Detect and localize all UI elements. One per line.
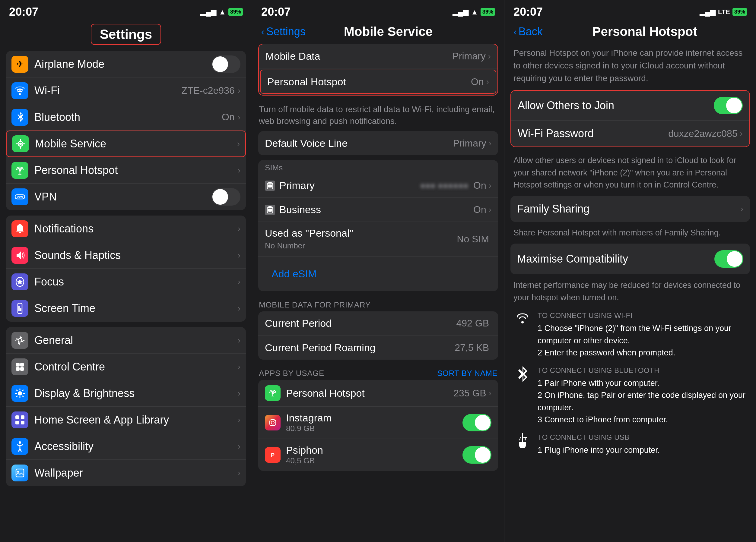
airplane-toggle[interactable] — [211, 56, 240, 73]
settings-item-mobile[interactable]: Mobile Service › — [6, 131, 246, 157]
p3-scroll[interactable]: Personal Hotspot on your iPhone can prov… — [504, 44, 756, 542]
settings-scroll[interactable]: ✈ Airplane Mode Wi-Fi ZTE-c2e936 › — [0, 51, 252, 542]
primary-sim-number: ●●● ●●●●●● — [420, 181, 469, 191]
mobile-data-chevron: › — [488, 52, 491, 61]
settings-item-accessibility[interactable]: Accessibility › — [6, 433, 246, 460]
primary-sim-icon — [265, 181, 275, 191]
settings-item-sounds[interactable]: Sounds & Haptics › — [6, 242, 246, 269]
personal-hotspot-label: Personal Hotspot — [267, 76, 471, 88]
current-period-item: Current Period 492 GB — [258, 311, 498, 335]
hotspot-app-item[interactable]: Personal Hotspot 235 GB › — [258, 380, 498, 407]
wifi-connect-body: 1 Choose "iPhone (2)" from the Wi-Fi set… — [538, 322, 747, 359]
p2-nav: ‹ Settings Mobile Service — [252, 21, 504, 44]
status-icons-2: ▂▄▆ ▲ 39% — [453, 8, 495, 16]
family-block: Family Sharing › — [510, 196, 750, 222]
personal-hotspot-item[interactable]: Personal Hotspot On › — [260, 70, 496, 94]
wifi-password-item[interactable]: Wi-Fi Password duxze2awzc085 › — [511, 121, 749, 147]
current-roaming-item: Current Period Roaming 27,5 KB — [258, 335, 498, 360]
screentime-chevron: › — [238, 303, 240, 313]
compat-label: Maximise Compatibility — [517, 253, 714, 265]
back-btn-2[interactable]: ‹ Settings — [261, 25, 306, 38]
current-period-value: 492 GB — [456, 318, 489, 329]
svg-rect-34 — [268, 185, 272, 188]
business-sim-item[interactable]: Business On › — [258, 198, 498, 222]
family-item[interactable]: Family Sharing › — [510, 196, 750, 222]
business-sim-icon — [265, 205, 275, 215]
p2-scroll[interactable]: Mobile Data Primary › Personal Hotspot O… — [252, 44, 504, 542]
personal-hotspot-chevron: › — [486, 77, 489, 87]
back-btn-3[interactable]: ‹ Back — [513, 25, 543, 38]
mobile-icon-box — [12, 135, 29, 152]
svg-rect-10 — [20, 308, 21, 311]
focus-chevron: › — [238, 277, 240, 287]
compat-toggle[interactable] — [714, 250, 743, 268]
bluetooth-label: Bluetooth — [34, 111, 222, 124]
settings-item-wifi[interactable]: Wi-Fi ZTE-c2e936 › — [6, 78, 246, 104]
sims-block: SIMs Primary ●●● ●●●●●● On › — [258, 160, 498, 291]
sounds-icon — [11, 247, 28, 264]
primary-sim-item[interactable]: Primary ●●● ●●●●●● On › — [258, 174, 498, 198]
allow-join-block: Allow Others to Join Wi-Fi Password duxz… — [510, 90, 750, 147]
psiphon-item[interactable]: P Psiphon 40,5 GB — [258, 439, 498, 471]
add-esim-label[interactable]: Add eSIM — [265, 262, 323, 286]
settings-item-hotspot[interactable]: Personal Hotspot › — [6, 157, 246, 184]
vpn-toggle[interactable] — [211, 188, 240, 206]
apps-header-label: APPS BY USAGE — [259, 369, 437, 378]
settings-item-vpn[interactable]: VPN VPN — [6, 184, 246, 210]
settings-item-control[interactable]: Control Centre › — [6, 353, 246, 380]
settings-item-focus[interactable]: Focus › — [6, 269, 246, 295]
settings-item-wallpaper[interactable]: Wallpaper › — [6, 460, 246, 486]
svg-line-23 — [22, 390, 24, 391]
wifi-chevron: › — [238, 86, 240, 96]
default-voice-item[interactable]: Default Voice Line Primary › — [258, 131, 498, 155]
settings-item-airplane[interactable]: ✈ Airplane Mode — [6, 51, 246, 78]
instagram-item[interactable]: Instagram 80,9 GB — [258, 407, 498, 439]
hotspot-chevron: › — [238, 166, 240, 175]
used-as-item[interactable]: Used as "Personal"No Number No SIM — [258, 222, 498, 257]
status-icons-1: ▂▄▆ ▲ 39% — [200, 8, 243, 16]
wallpaper-icon — [11, 464, 28, 481]
family-label: Family Sharing — [517, 203, 741, 215]
hotspot-app-label: Personal Hotspot — [286, 387, 453, 399]
general-icon — [11, 332, 28, 349]
allow-join-item[interactable]: Allow Others to Join — [511, 91, 749, 121]
wifi-password-value: duxze2awzc085 — [668, 128, 737, 139]
family-chevron: › — [741, 204, 743, 214]
wifi-connect-row: TO CONNECT USING WI-FI 1 Choose "iPhone … — [513, 311, 747, 359]
svg-rect-37 — [268, 209, 272, 212]
homescreen-chevron: › — [238, 415, 240, 425]
time-3: 20:07 — [513, 5, 543, 18]
settings-item-bluetooth[interactable]: Bluetooth On › — [6, 104, 246, 131]
sounds-chevron: › — [238, 251, 240, 260]
business-sim-chevron: › — [489, 205, 491, 215]
instagram-icon — [265, 415, 281, 430]
add-esim-item[interactable]: Add eSIM — [258, 257, 498, 291]
personal-hotspot-value: On — [471, 76, 484, 87]
svg-rect-14 — [16, 367, 20, 371]
svg-rect-26 — [21, 415, 24, 419]
focus-label: Focus — [34, 275, 238, 288]
mobile-service-panel: 20:07 ▂▄▆ ▲ 39% ‹ Settings Mobile Servic… — [252, 0, 504, 542]
used-as-label: Used as "Personal"No Number — [265, 227, 457, 251]
battery-badge-3: 39% — [732, 8, 747, 16]
settings-item-notifications[interactable]: Notifications › — [6, 216, 246, 242]
svg-point-45 — [521, 321, 524, 323]
sort-by-name-btn[interactable]: SORT BY NAME — [437, 369, 497, 378]
settings-item-general[interactable]: General › — [6, 327, 246, 353]
compat-item[interactable]: Maximise Compatibility — [510, 244, 750, 274]
settings-item-display[interactable]: Display & Brightness › — [6, 380, 246, 407]
time-1: 20:07 — [9, 5, 38, 18]
instagram-toggle[interactable] — [462, 414, 491, 431]
apps-section-header: APPS BY USAGE SORT BY NAME — [252, 364, 504, 380]
settings-item-homescreen[interactable]: Home Screen & App Library › — [6, 407, 246, 433]
compat-block: Maximise Compatibility — [510, 244, 750, 274]
psiphon-toggle[interactable] — [462, 446, 491, 464]
settings-item-screentime[interactable]: Screen Time › — [6, 295, 246, 322]
allow-note: Allow other users or devices not signed … — [504, 152, 756, 196]
control-label: Control Centre — [34, 360, 238, 373]
back-chevron-2: ‹ — [261, 26, 265, 37]
control-chevron: › — [238, 362, 240, 372]
allow-join-toggle[interactable] — [714, 97, 743, 114]
wifi-connect-header: TO CONNECT USING WI-FI — [538, 311, 747, 320]
mobile-data-item[interactable]: Mobile Data Primary › — [259, 44, 497, 68]
